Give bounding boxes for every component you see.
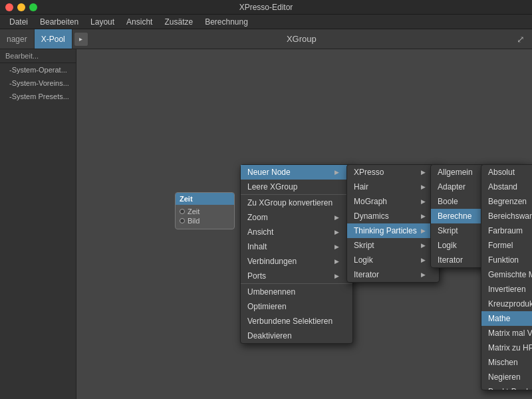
toolbar-left: nager X-Pool ▸: [0, 29, 90, 49]
ctx-ports[interactable]: Ports ▶: [241, 269, 352, 284]
ctx-deaktivieren[interactable]: Deaktivieren: [241, 329, 352, 343]
ctx-verbindungen[interactable]: Verbindungen ▶: [241, 254, 352, 269]
arrow-right-icon: ▶: [421, 213, 426, 219]
arrow-right-icon: ▶: [421, 169, 426, 176]
arrow-right-icon: ▶: [421, 242, 426, 249]
ctx-abstand[interactable]: Abstand: [481, 180, 532, 194]
ctx-mischen[interactable]: Mischen: [481, 355, 532, 370]
tab-nager[interactable]: nager: [0, 29, 35, 49]
context-menu-sub1: XPresso ▶ Hair ▶ MoGraph ▶ Dynamics ▶ Th…: [346, 164, 440, 283]
sidebar: Bearbeit... -System-Operat... -System-Vo…: [0, 49, 76, 399]
ctx-optimieren[interactable]: Optimieren: [241, 299, 352, 314]
window-title: XPresso-Editor: [239, 3, 293, 12]
ctx-farbraum[interactable]: Farbraum: [481, 223, 532, 238]
ctx-mograph[interactable]: MoGraph ▶: [347, 194, 439, 209]
context-menu-root: Neuer Node ▶ Leere XGroup Zu XGroup konv…: [240, 164, 353, 344]
port-dot-bild: [180, 218, 185, 223]
port-row-bild: Bild: [180, 217, 230, 225]
ctx-matrix-zu-hpb[interactable]: Matrix zu HPB: [481, 340, 532, 355]
arrow-right-icon: ▶: [421, 184, 426, 190]
sidebar-item-system-operat[interactable]: -System-Operat...: [0, 63, 76, 76]
ctx-negieren[interactable]: Negieren: [481, 370, 532, 384]
minimize-button[interactable]: [17, 3, 25, 11]
menubar: Datei Bearbeiten Layout Ansicht Zusätze …: [0, 15, 532, 29]
arrow-right-icon: ▶: [421, 271, 426, 278]
ctx-iterator[interactable]: Iterator ▶: [347, 267, 439, 282]
menu-datei[interactable]: Datei: [4, 16, 33, 28]
ctx-logik[interactable]: Logik ▶: [347, 253, 439, 267]
ctx-bereichswandler[interactable]: Bereichswandler: [481, 209, 532, 223]
ctx-funktion[interactable]: Funktion: [481, 253, 532, 267]
expand-icon[interactable]: ⤢: [513, 32, 528, 47]
arrow-right-icon: ▶: [421, 198, 426, 205]
port-row-zeit: Zeit: [180, 207, 230, 215]
xpool-arrow-btn[interactable]: ▸: [74, 32, 88, 47]
ctx-neuer-node[interactable]: Neuer Node ▶: [241, 165, 352, 180]
menu-layout[interactable]: Layout: [85, 16, 120, 28]
titlebar: XPresso-Editor: [0, 0, 532, 15]
ctx-matrix-mal-vektor[interactable]: Matrix mal Vektor: [481, 326, 532, 340]
arrow-right-icon: ▶: [334, 229, 339, 235]
sidebar-item-system-presets[interactable]: -System Presets...: [0, 90, 76, 103]
window-controls: [5, 3, 37, 11]
ctx-formel[interactable]: Formel: [481, 238, 532, 253]
ctx-thinking-particles[interactable]: Thinking Particles ▶: [347, 223, 439, 238]
arrow-right-icon: ▶: [334, 169, 339, 176]
context-menu-sub3: Absolut Abstand Begrenzen Bereichswandle…: [481, 164, 532, 390]
canvas: Zeit Zeit Bild Klone_aussen: [76, 49, 532, 399]
arrow-right-icon: ▶: [334, 243, 339, 250]
ctx-skript[interactable]: Skript ▶: [347, 238, 439, 253]
ctx-ansicht[interactable]: Ansicht ▶: [241, 225, 352, 239]
ctx-mathe[interactable]: Mathe ↖: [481, 311, 532, 326]
sidebar-edit[interactable]: Bearbeit...: [0, 49, 76, 63]
ctx-invertieren[interactable]: Invertieren: [481, 282, 532, 297]
ctx-leere-xgroup[interactable]: Leere XGroup: [241, 180, 352, 195]
toolbar-right: ⤢: [513, 32, 532, 47]
arrow-right-icon: ▶: [334, 214, 339, 221]
tab-xpool[interactable]: X-Pool: [35, 29, 72, 49]
ctx-zoom[interactable]: Zoom ▶: [241, 210, 352, 225]
toolbar: nager X-Pool ▸ XGroup ⤢: [0, 29, 532, 49]
ctx-umbenennen[interactable]: Umbenennen: [241, 285, 352, 299]
arrow-right-icon: ▶: [421, 257, 426, 263]
ctx-kreuzprodukt[interactable]: Kreuzprodukt: [481, 297, 532, 311]
ctx-gemischte-mathe[interactable]: Gemischte Mathe: [481, 267, 532, 282]
menu-zusatze[interactable]: Zusätze: [159, 16, 198, 28]
ctx-punkt-produkt[interactable]: Punkt-Produkt: [481, 384, 532, 390]
arrow-right-icon: ▶: [421, 227, 426, 234]
port-dot-zeit: [180, 209, 185, 214]
maximize-button[interactable]: [29, 3, 37, 11]
main-area: Bearbeit... -System-Operat... -System-Vo…: [0, 49, 532, 399]
xgroup-title: XGroup: [90, 34, 513, 44]
ctx-hair[interactable]: Hair ▶: [347, 180, 439, 194]
ctx-absolut[interactable]: Absolut: [481, 165, 532, 180]
menu-berechnung[interactable]: Berechnung: [200, 16, 253, 28]
menu-ansicht[interactable]: Ansicht: [121, 16, 158, 28]
ctx-verbundene[interactable]: Verbundene Selektieren: [241, 314, 352, 329]
ctx-begrenzen[interactable]: Begrenzen: [481, 194, 532, 209]
ctx-inhalt[interactable]: Inhalt ▶: [241, 239, 352, 254]
zeit-node-header: Zeit: [176, 193, 234, 205]
zeit-node-body: Zeit Bild: [176, 205, 234, 229]
ctx-zu-xgroup[interactable]: Zu XGroup konvertieren: [241, 196, 352, 210]
arrow-right-icon: ▶: [334, 273, 339, 279]
menu-bearbeiten[interactable]: Bearbeiten: [35, 16, 84, 28]
zeit-node: Zeit Zeit Bild: [175, 192, 235, 229]
arrow-right-icon: ▶: [334, 258, 339, 265]
ctx-xpresso[interactable]: XPresso ▶: [347, 165, 439, 180]
sidebar-item-system-voreins[interactable]: -System-Voreins...: [0, 76, 76, 90]
close-button[interactable]: [5, 3, 13, 11]
ctx-dynamics[interactable]: Dynamics ▶: [347, 209, 439, 223]
